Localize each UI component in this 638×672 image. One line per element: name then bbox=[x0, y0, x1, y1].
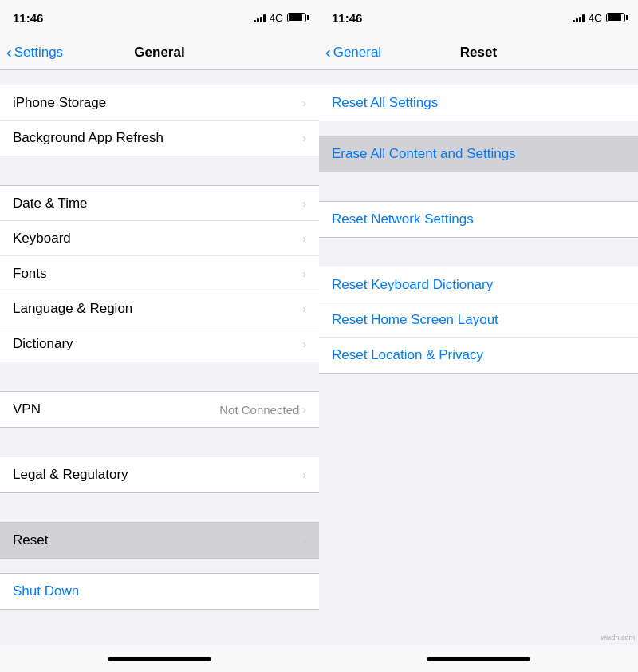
left-panel: 11:46 4G ‹ Settings General iPhone bbox=[0, 0, 319, 672]
signal-icon-left bbox=[254, 13, 266, 22]
list-item-language-region[interactable]: Language & Region › bbox=[0, 291, 319, 326]
right-panel: 11:46 4G ‹ General Reset Reset All bbox=[319, 0, 638, 672]
label-erase-all: Erase All Content and Settings bbox=[332, 146, 516, 162]
chevron-background-refresh: › bbox=[302, 132, 306, 144]
label-reset-keyboard-dict: Reset Keyboard Dictionary bbox=[332, 277, 493, 293]
label-reset-home-screen: Reset Home Screen Layout bbox=[332, 312, 498, 328]
right-vpn: Not Connected › bbox=[219, 403, 306, 417]
back-button-right[interactable]: ‹ General bbox=[325, 45, 381, 61]
chevron-fonts: › bbox=[302, 267, 306, 280]
back-chevron-left: ‹ bbox=[6, 44, 12, 60]
home-indicator-left bbox=[0, 645, 319, 672]
watermark: wixdn.com bbox=[601, 634, 635, 642]
nav-bar-left: ‹ Settings General bbox=[0, 35, 319, 70]
section-shutdown: Shut Down bbox=[0, 573, 319, 610]
section-legal: Legal & Regulatory › bbox=[0, 457, 319, 493]
list-item-reset-home-screen[interactable]: Reset Home Screen Layout bbox=[319, 302, 638, 338]
back-chevron-right: ‹ bbox=[325, 44, 331, 60]
status-icons-left: 4G bbox=[254, 12, 306, 24]
status-bar-left: 11:46 4G bbox=[0, 0, 319, 35]
battery-icon-right bbox=[606, 13, 625, 22]
right-background-refresh: › bbox=[302, 132, 306, 144]
label-fonts: Fonts bbox=[13, 266, 47, 282]
right-fonts: › bbox=[302, 267, 306, 280]
right-dictionary: › bbox=[302, 338, 306, 350]
list-item-fonts[interactable]: Fonts › bbox=[0, 256, 319, 291]
signal-icon-right bbox=[573, 13, 585, 22]
chevron-keyboard: › bbox=[302, 232, 306, 245]
list-item-keyboard[interactable]: Keyboard › bbox=[0, 221, 319, 256]
list-item-shutdown[interactable]: Shut Down bbox=[0, 574, 319, 609]
status-bar-right: 11:46 4G bbox=[319, 0, 638, 35]
label-iphone-storage: iPhone Storage bbox=[13, 95, 106, 111]
list-item-reset[interactable]: Reset › bbox=[0, 523, 319, 558]
list-item-date-time[interactable]: Date & Time › bbox=[0, 186, 319, 221]
list-item-reset-keyboard-dict[interactable]: Reset Keyboard Dictionary bbox=[319, 267, 638, 302]
battery-icon-left bbox=[287, 13, 306, 22]
chevron-reset: › bbox=[302, 534, 306, 547]
right-language-region: › bbox=[302, 302, 306, 315]
label-reset: Reset bbox=[13, 532, 48, 548]
content-right: Reset All Settings Erase All Content and… bbox=[319, 70, 638, 645]
section-reset: Reset › bbox=[0, 522, 319, 559]
network-left: 4G bbox=[270, 12, 283, 24]
label-language-region: Language & Region bbox=[13, 301, 132, 317]
nav-title-right: Reset bbox=[460, 45, 497, 61]
nav-bar-right: ‹ General Reset bbox=[319, 35, 638, 70]
right-iphone-storage: › bbox=[302, 97, 306, 109]
label-reset-location-privacy: Reset Location & Privacy bbox=[332, 347, 483, 363]
label-background-refresh: Background App Refresh bbox=[13, 130, 163, 146]
vpn-value: Not Connected bbox=[219, 403, 299, 417]
label-keyboard: Keyboard bbox=[13, 231, 71, 247]
list-item-reset-all-settings[interactable]: Reset All Settings bbox=[319, 85, 638, 121]
status-icons-right: 4G bbox=[573, 12, 625, 24]
list-item-reset-location-privacy[interactable]: Reset Location & Privacy bbox=[319, 338, 638, 373]
right-reset: › bbox=[302, 534, 306, 547]
time-right: 11:46 bbox=[332, 11, 362, 25]
home-indicator-right bbox=[319, 645, 638, 672]
section-reset-all-settings: Reset All Settings bbox=[319, 85, 638, 121]
label-shutdown: Shut Down bbox=[13, 583, 79, 599]
label-reset-network: Reset Network Settings bbox=[332, 211, 474, 227]
right-keyboard: › bbox=[302, 232, 306, 245]
list-item-erase-all[interactable]: Erase All Content and Settings bbox=[319, 136, 638, 172]
label-vpn: VPN bbox=[13, 401, 41, 417]
label-legal: Legal & Regulatory bbox=[13, 467, 128, 483]
back-label-left: Settings bbox=[14, 45, 63, 61]
section-reset-network: Reset Network Settings bbox=[319, 201, 638, 238]
chevron-language-region: › bbox=[302, 302, 306, 315]
chevron-vpn: › bbox=[302, 403, 306, 416]
right-date-time: › bbox=[302, 197, 306, 210]
label-dictionary: Dictionary bbox=[13, 336, 73, 352]
list-item-legal[interactable]: Legal & Regulatory › bbox=[0, 457, 319, 492]
section-locale: Date & Time › Keyboard › Fonts › Languag… bbox=[0, 185, 319, 362]
section-storage: iPhone Storage › Background App Refresh … bbox=[0, 85, 319, 156]
home-bar-right bbox=[427, 657, 530, 661]
chevron-dictionary: › bbox=[302, 338, 306, 350]
list-item-iphone-storage[interactable]: iPhone Storage › bbox=[0, 85, 319, 121]
section-erase-all: Erase All Content and Settings bbox=[319, 136, 638, 172]
label-reset-all-settings: Reset All Settings bbox=[332, 95, 438, 111]
chevron-date-time: › bbox=[302, 197, 306, 210]
time-left: 11:46 bbox=[13, 11, 43, 25]
nav-title-left: General bbox=[134, 45, 184, 61]
list-item-vpn[interactable]: VPN Not Connected › bbox=[0, 392, 319, 427]
list-item-background-refresh[interactable]: Background App Refresh › bbox=[0, 121, 319, 156]
section-vpn: VPN Not Connected › bbox=[0, 391, 319, 428]
chevron-legal: › bbox=[302, 468, 306, 481]
section-reset-other: Reset Keyboard Dictionary Reset Home Scr… bbox=[319, 267, 638, 374]
content-left: iPhone Storage › Background App Refresh … bbox=[0, 70, 319, 645]
list-item-dictionary[interactable]: Dictionary › bbox=[0, 326, 319, 362]
back-label-right: General bbox=[333, 45, 381, 61]
back-button-left[interactable]: ‹ Settings bbox=[6, 45, 63, 61]
chevron-iphone-storage: › bbox=[302, 97, 306, 109]
home-bar-left bbox=[108, 657, 211, 661]
right-legal: › bbox=[302, 468, 306, 481]
label-date-time: Date & Time bbox=[13, 196, 88, 211]
list-item-reset-network[interactable]: Reset Network Settings bbox=[319, 202, 638, 237]
network-right: 4G bbox=[589, 12, 602, 24]
